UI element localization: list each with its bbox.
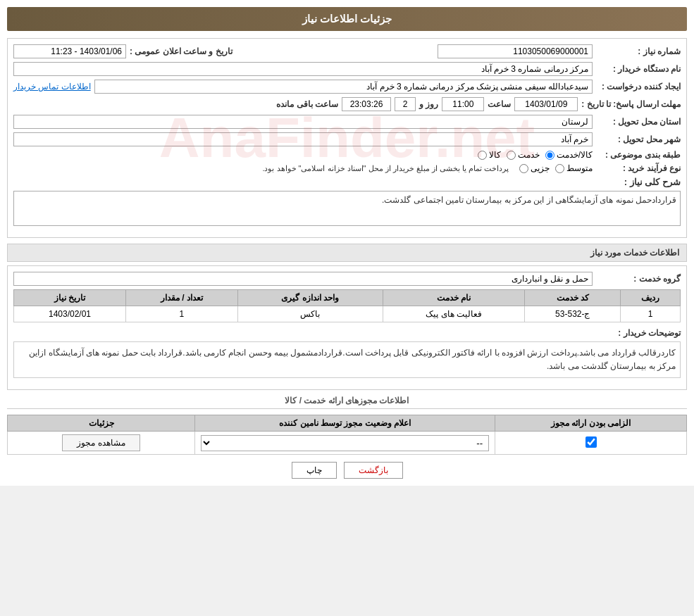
city-value: خرم آباد — [13, 132, 593, 146]
col-row: ردیف — [621, 290, 681, 306]
need-number-label: شماره نیاز : — [596, 46, 681, 56]
page-title: جزئیات اطلاعات نیاز — [7, 7, 687, 31]
description-area: قراردادحمل نمونه های آزمایشگاهی از این م… — [13, 191, 681, 226]
row-reply-deadline: مهلت ارسال پاسخ: تا تاریخ : 1403/01/09 س… — [13, 97, 681, 111]
radio-kala: کالا — [478, 150, 501, 160]
permit-status-cell: -- — [195, 432, 495, 455]
radio-motavasset-input[interactable] — [555, 164, 564, 173]
permit-col-required: الزامی بودن ارائه مجوز — [495, 415, 687, 432]
permit-subtitle: اطلاعات مجوزهای ارائه خدمت / کالا — [7, 396, 687, 409]
process-label: نوع فرآیند خرید : — [596, 163, 681, 173]
radio-kala-khedmat: کالا/خدمت — [545, 150, 593, 160]
radio-khedmat: خدمت — [507, 150, 540, 160]
radio-khedmat-input[interactable] — [507, 151, 516, 160]
row-creator: ایجاد کننده درخواست : سیدعبادالله سیفی م… — [13, 80, 681, 94]
radio-kala-khedmat-label: کالا/خدمت — [557, 150, 593, 160]
radio-kala-khedmat-input[interactable] — [545, 151, 554, 160]
back-button[interactable]: بازگشت — [344, 462, 403, 479]
cell-date: 1403/02/01 — [14, 306, 126, 322]
permit-status-select[interactable]: -- — [201, 435, 489, 451]
page-wrapper: جزئیات اطلاعات نیاز AnaFinder.net شماره … — [0, 0, 694, 486]
reply-days-label: روز و — [419, 99, 438, 109]
process-radio-group: جزیی متوسط — [519, 163, 593, 173]
creator-label: ایجاد کننده درخواست : — [596, 82, 681, 92]
cell-code: ج-532-53 — [525, 306, 621, 322]
radio-kala-label: کالا — [489, 150, 501, 160]
view-permit-button[interactable]: مشاهده مجوز — [62, 434, 140, 451]
service-section: گروه خدمت : حمل و نقل و انبارداری ردیف ک… — [7, 265, 687, 390]
creator-value: سیدعبادالله سیفی منشی پزشک مرکز درمانی ش… — [94, 80, 593, 94]
province-label: استان محل تحویل : — [596, 117, 681, 127]
permit-section: الزامی بودن ارائه مجوز اعلام وضعیت مجوز … — [7, 415, 687, 455]
row-buyer-name: نام دستگاه خریدار : مرکز درمانی شماره 3 … — [13, 62, 681, 76]
buyer-name-value: مرکز درمانی شماره 3 خرم آباد — [13, 62, 593, 76]
reply-date: 1403/01/09 — [514, 97, 578, 111]
cell-row: 1 — [621, 306, 681, 322]
radio-jozee-label: جزیی — [531, 163, 550, 173]
table-row: 1 ج-532-53 فعالیت های پیک باکس 1 1403/02… — [14, 306, 681, 322]
reply-days: 2 — [395, 97, 416, 111]
main-form: AnaFinder.net شماره نیاز : 1103050069000… — [7, 38, 687, 238]
service-table-header-row: ردیف کد خدمت نام خدمت واحد اندازه گیری ت… — [14, 290, 681, 306]
row-city: شهر محل تحویل : خرم آباد — [13, 132, 681, 146]
button-row: بازگشت چاپ — [7, 462, 687, 479]
service-group-value: حمل و نقل و انبارداری — [13, 272, 593, 286]
row-description-title: شرح کلی نیاز : — [13, 177, 681, 187]
description-title: شرح کلی نیاز : — [596, 177, 681, 187]
reply-deadline-label: مهلت ارسال پاسخ: تا تاریخ : — [581, 99, 681, 109]
permit-details-cell: مشاهده مجوز — [8, 432, 195, 455]
row-service-group: گروه خدمت : حمل و نقل و انبارداری — [13, 272, 681, 286]
announce-label: تاریخ و ساعت اعلان عمومی : — [130, 46, 233, 56]
permit-required-cell — [495, 432, 687, 455]
buyer-name-label: نام دستگاه خریدار : — [596, 64, 681, 74]
permit-col-details: جزئیات — [8, 415, 195, 432]
cell-unit: باکس — [237, 306, 383, 322]
permit-required-checkbox[interactable] — [585, 436, 597, 448]
radio-khedmat-label: خدمت — [518, 150, 540, 160]
reply-fields: 1403/01/09 ساعت 11:00 روز و 2 23:03:26 س… — [13, 97, 578, 111]
reply-time-label: ساعت — [488, 99, 511, 109]
print-button[interactable]: چاپ — [292, 462, 337, 479]
process-note: پرداخت تمام یا بخشی از مبلغ خریدار از مح… — [13, 164, 516, 173]
col-qty: تعداد / مقدار — [126, 290, 238, 306]
radio-jozee: جزیی — [519, 163, 550, 173]
category-radio-group: کالا خدمت کالا/خدمت — [478, 150, 593, 160]
table-row: -- مشاهده مجوز — [8, 432, 687, 455]
permit-table: الزامی بودن ارائه مجوز اعلام وضعیت مجوز … — [7, 415, 687, 455]
col-name: نام خدمت — [383, 290, 525, 306]
buyer-notice-label: توضیحات خریدار : — [596, 328, 681, 338]
radio-jozee-input[interactable] — [519, 164, 528, 173]
reply-remaining-label: ساعت باقی مانده — [276, 99, 338, 109]
row-process: نوع فرآیند خرید : جزیی متوسط پرداخت تمام… — [13, 163, 681, 173]
contact-link[interactable]: اطلاعات تماس خریدار — [13, 82, 91, 92]
radio-motavasset: متوسط — [555, 163, 593, 173]
cell-qty: 1 — [126, 306, 238, 322]
row-category: طبقه بندی موضوعی : کالا خدمت کالا/خدمت — [13, 150, 681, 160]
service-table: ردیف کد خدمت نام خدمت واحد اندازه گیری ت… — [13, 289, 681, 322]
permit-col-status: اعلام وضعیت مجوز توسط نامین کننده — [195, 415, 495, 432]
row-buyer-notice-label: توضیحات خریدار : — [13, 328, 681, 338]
service-section-title: اطلاعات خدمات مورد نیاز — [7, 244, 687, 262]
reply-remaining: 23:03:26 — [342, 97, 391, 111]
permit-header-row: الزامی بودن ارائه مجوز اعلام وضعیت مجوز … — [8, 415, 687, 432]
radio-motavasset-label: متوسط — [566, 163, 593, 173]
buyer-notice-text: کاردرقالب قرارداد می باشد.پرداخت ارزش اف… — [13, 341, 681, 378]
description-text: قراردادحمل نمونه های آزمایشگاهی از این م… — [13, 191, 681, 226]
col-unit: واحد اندازه گیری — [237, 290, 383, 306]
need-number-value: 1103050069000001 — [438, 44, 593, 58]
cell-name: فعالیت های پیک — [383, 306, 525, 322]
announce-value: 1403/01/06 - 11:23 — [13, 44, 126, 58]
category-label: طبقه بندی موضوعی : — [596, 150, 681, 160]
province-value: لرستان — [13, 115, 593, 129]
radio-kala-input[interactable] — [478, 151, 487, 160]
col-date: تاریخ نیاز — [14, 290, 126, 306]
row-need-number: شماره نیاز : 1103050069000001 تاریخ و سا… — [13, 44, 681, 58]
col-code: کد خدمت — [525, 290, 621, 306]
reply-time: 11:00 — [442, 97, 484, 111]
city-label: شهر محل تحویل : — [596, 134, 681, 144]
row-province: استان محل تحویل : لرستان — [13, 115, 681, 129]
service-group-label: گروه خدمت : — [596, 274, 681, 284]
